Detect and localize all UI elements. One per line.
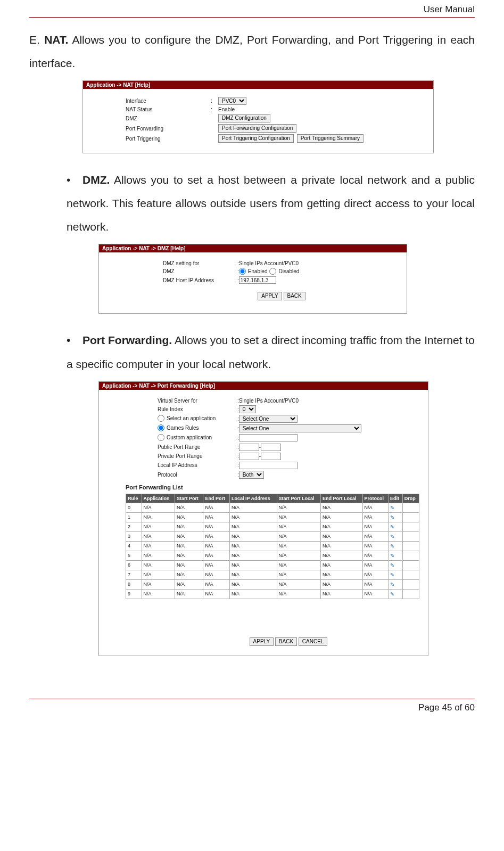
ri-label: Rule Index [158,406,237,412]
section-e: E. NAT. Allows you to configure the DMZ,… [29,28,475,75]
dmz-enabled-radio[interactable]: Enabled [239,268,268,275]
edit-icon[interactable]: ✎ [390,524,394,530]
sub-dmz-body: Allows you to set a host between a priva… [67,174,475,233]
section-marker: E. [29,34,40,46]
fig2-title: Application -> NAT -> DMZ [Help] [99,244,407,252]
table-row: 2N/AN/AN/AN/AN/AN/AN/A✎ [126,522,419,531]
select-app-select[interactable]: Select One [239,415,298,423]
dmz-for-label: DMZ setting for [163,260,237,266]
table-row: 3N/AN/AN/AN/AN/AN/AN/A✎ [126,531,419,541]
pf-list-title: Port Forwarding List [126,484,419,490]
header-title: User Manual [29,0,475,18]
section-body: Allows you to configure the DMZ, Port Fo… [29,34,475,69]
pf-config-button[interactable]: Port Forwarding Configuration [218,124,296,133]
sub-pf-title: Port Forwarding. [82,334,172,346]
local-ip-input[interactable] [239,462,298,469]
bullet-icon: • [67,329,82,352]
apply-button[interactable]: APPLY [258,292,282,300]
back-button[interactable]: BACK [284,292,305,300]
dmz-config-button[interactable]: DMZ Configuration [218,114,270,122]
pt-config-button[interactable]: Port Triggering Configuration [218,134,294,143]
dmz-ip-label: DMZ Host IP Address [163,277,237,283]
table-header: Start Port [175,494,203,503]
table-row: 7N/AN/AN/AN/AN/AN/AN/A✎ [126,570,419,579]
fig1-title: Application -> NAT [Help] [83,81,433,89]
proto-label: Protocol [158,472,237,478]
table-row: 0N/AN/AN/AN/AN/AN/AN/A✎ [126,503,419,512]
table-header: Rule [126,494,142,503]
dmz-for-value: Single IPs Account/PVC0 [239,260,299,266]
pt-summary-button[interactable]: Port Triggering Summary [297,134,363,143]
games-rules-select[interactable]: Select One [239,424,361,432]
dmz-status-label: DMZ [163,268,237,274]
pvpr-label: Private Port Range [158,453,237,459]
edit-icon[interactable]: ✎ [390,572,394,578]
dmz-disabled-radio[interactable]: Disabled [269,268,299,275]
edit-icon[interactable]: ✎ [390,514,394,520]
table-header: Edit [389,494,403,503]
table-header: End Port Local [321,494,363,503]
page-label: Page [418,702,440,713]
edit-icon[interactable]: ✎ [390,534,394,539]
edit-icon[interactable]: ✎ [390,505,394,511]
table-row: 1N/AN/AN/AN/AN/AN/AN/A✎ [126,512,419,522]
vs-label: Virtual Server for [158,398,237,404]
section-title: NAT. [44,34,68,46]
sub-dmz: •DMZ. Allows you to set a host between a… [67,168,475,239]
interface-select[interactable]: PVC0 [218,97,246,105]
table-row: 5N/AN/AN/AN/AN/AN/AN/A✎ [126,551,419,560]
fig3-title: Application -> NAT -> Port Forwarding [H… [99,382,428,390]
page-of: of [455,702,462,713]
interface-label: Interface [126,98,211,104]
table-row: 9N/AN/AN/AN/AN/AN/AN/A✎ [126,589,419,599]
custom-app-input[interactable] [239,434,298,441]
public-port-end[interactable] [261,444,281,451]
page-total: 60 [465,702,475,713]
select-app-radio[interactable]: Select an application [158,415,216,422]
table-header: Start Port Local [277,494,320,503]
dmz-ip-input[interactable] [239,276,276,284]
table-header: Protocol [362,494,388,503]
sub-pf: •Port Forwarding. Allows you to set a di… [67,329,475,375]
back-button[interactable]: BACK [275,637,297,646]
table-row: 6N/AN/AN/AN/AN/AN/AN/A✎ [126,560,419,570]
edit-icon[interactable]: ✎ [390,562,394,568]
edit-icon[interactable]: ✎ [390,543,394,549]
footer: Page 45 of 60 [29,699,475,722]
public-port-start[interactable] [239,444,259,451]
edit-icon[interactable]: ✎ [390,591,394,597]
table-row: 8N/AN/AN/AN/AN/AN/AN/A✎ [126,579,419,589]
table-header: Drop [402,494,419,503]
table-header: Application [142,494,175,503]
protocol-select[interactable]: Both [239,471,264,479]
lip-label: Local IP Address [158,462,237,468]
pf-label: Port Forwarding [126,126,211,132]
sub-dmz-title: DMZ. [82,174,110,186]
table-header: Local IP Address [229,494,277,503]
edit-icon[interactable]: ✎ [390,553,394,559]
natstatus-label: NAT Status [126,107,211,112]
dmz-label: DMZ [126,116,211,121]
private-port-end[interactable] [261,453,281,460]
pf-table: RuleApplicationStart PortEnd PortLocal I… [126,494,419,599]
cancel-button[interactable]: CANCEL [299,637,328,646]
natstatus-value: Enable [218,107,235,112]
page-num: 45 [442,702,452,713]
table-row: 4N/AN/AN/AN/AN/AN/AN/A✎ [126,541,419,551]
ppr-label: Public Port Range [158,444,237,450]
table-header: End Port [203,494,230,503]
custom-app-radio[interactable]: Custom application [158,434,212,441]
rule-index-select[interactable]: 0 [239,405,256,413]
pt-label: Port Triggering [126,136,211,142]
private-port-start[interactable] [239,453,259,460]
bullet-icon: • [67,168,82,192]
games-rules-radio[interactable]: Games Rules [158,424,199,431]
vs-value: Single IPs Account/PVC0 [239,398,299,404]
apply-button[interactable]: APPLY [250,637,274,646]
edit-icon[interactable]: ✎ [390,582,394,587]
